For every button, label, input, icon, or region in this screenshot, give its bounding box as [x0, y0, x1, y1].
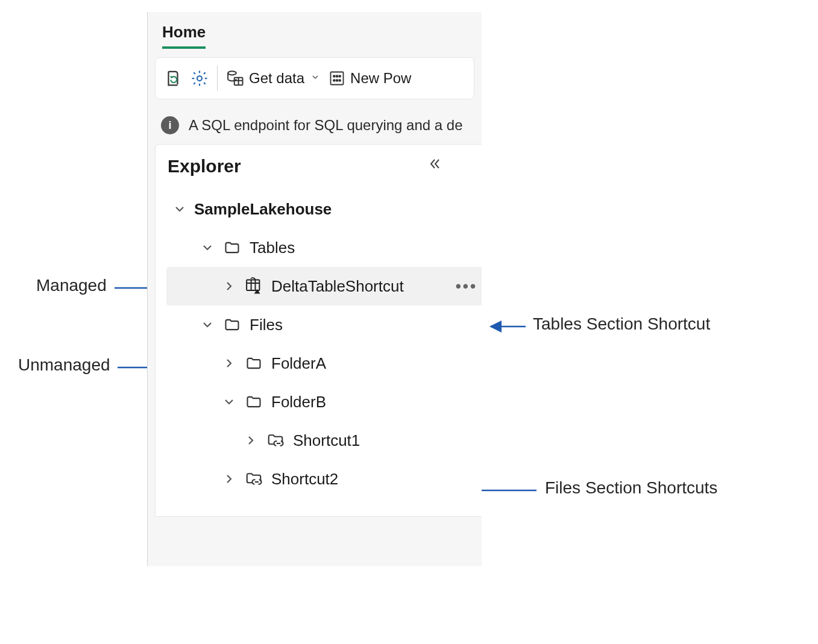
- get-data-label: Get data: [249, 70, 304, 87]
- svg-point-13: [333, 80, 335, 81]
- tree-node-label: DeltaTableShortcut: [271, 277, 404, 296]
- tree-node-label: Files: [250, 316, 283, 334]
- folder-icon: [244, 393, 264, 410]
- tree-node-tables[interactable]: Tables: [166, 228, 482, 267]
- svg-point-12: [339, 75, 341, 77]
- annotation-tables-section: Tables Section Shortcut: [533, 314, 710, 334]
- refresh-icon[interactable]: [164, 69, 182, 87]
- grid-dots-icon: [329, 70, 345, 87]
- explorer-tree: SampleLakehouse Tables: [156, 187, 482, 498]
- new-pow-label: New Pow: [350, 70, 411, 87]
- svg-point-14: [336, 80, 338, 81]
- tree-node-shortcut2[interactable]: Shortcut2: [166, 460, 482, 498]
- folder-shortcut-icon: [244, 470, 264, 488]
- chevron-down-icon: [200, 317, 215, 332]
- svg-point-11: [336, 75, 338, 77]
- chevron-right-icon: [222, 279, 236, 293]
- chevron-down-icon: [172, 202, 187, 216]
- database-table-icon: [226, 69, 244, 87]
- chevron-right-icon: [222, 472, 236, 486]
- svg-rect-16: [247, 280, 259, 290]
- folder-icon: [244, 355, 264, 372]
- new-pow-button[interactable]: New Pow: [329, 70, 411, 87]
- svg-point-5: [228, 71, 236, 75]
- ribbon-tabs: Home: [148, 12, 482, 49]
- info-banner: i A SQL endpoint for SQL querying and a …: [148, 105, 482, 140]
- folder-icon: [222, 239, 242, 256]
- explorer-title: Explorer: [168, 156, 241, 177]
- tree-node-shortcut1[interactable]: Shortcut1: [166, 421, 482, 460]
- tree-node-label: Shortcut2: [271, 470, 338, 489]
- more-options-button[interactable]: •••: [456, 277, 477, 296]
- tab-home[interactable]: Home: [162, 23, 206, 49]
- chevron-right-icon: [244, 433, 258, 448]
- app-panel: Home: [147, 12, 482, 566]
- tree-node-label: Shortcut1: [293, 431, 360, 450]
- tree-node-label: SampleLakehouse: [194, 200, 332, 219]
- get-data-button[interactable]: Get data: [226, 69, 320, 87]
- chevron-down-icon: [222, 395, 236, 409]
- tree-node-delta-shortcut[interactable]: DeltaTableShortcut •••: [166, 267, 482, 305]
- chevron-down-icon: [309, 72, 320, 85]
- annotation-files-section: Files Section Shortcuts: [545, 478, 717, 498]
- tree-node-label: FolderA: [271, 354, 326, 373]
- tree-node-files[interactable]: Files: [166, 305, 482, 344]
- folder-icon: [222, 316, 242, 333]
- annotation-managed: Managed: [36, 276, 107, 295]
- tree-node-folder-a[interactable]: FolderA: [166, 344, 482, 383]
- chevron-down-icon: [200, 240, 215, 255]
- svg-rect-9: [331, 72, 344, 85]
- info-icon: i: [161, 116, 179, 134]
- toolbar-divider: [217, 66, 218, 91]
- tree-node-label: FolderB: [271, 393, 326, 411]
- svg-point-4: [197, 76, 202, 81]
- explorer-panel: Explorer SampleLakehouse: [155, 144, 482, 517]
- tree-node-label: Tables: [250, 239, 295, 257]
- svg-point-10: [333, 75, 335, 77]
- folder-shortcut-icon: [265, 431, 286, 449]
- tree-node-folder-b[interactable]: FolderB: [166, 383, 482, 421]
- info-text: A SQL endpoint for SQL querying and a de: [189, 117, 463, 134]
- toolbar: Get data New Pow: [155, 57, 474, 99]
- annotation-unmanaged: Unmanaged: [18, 355, 110, 375]
- collapse-pane-button[interactable]: [422, 154, 446, 178]
- svg-point-15: [339, 80, 341, 81]
- table-shortcut-icon: [244, 277, 264, 295]
- tree-node-lakehouse[interactable]: SampleLakehouse: [166, 190, 482, 228]
- chevron-right-icon: [222, 356, 236, 370]
- arrow-tables-section: [488, 325, 528, 328]
- gear-icon[interactable]: [190, 69, 209, 87]
